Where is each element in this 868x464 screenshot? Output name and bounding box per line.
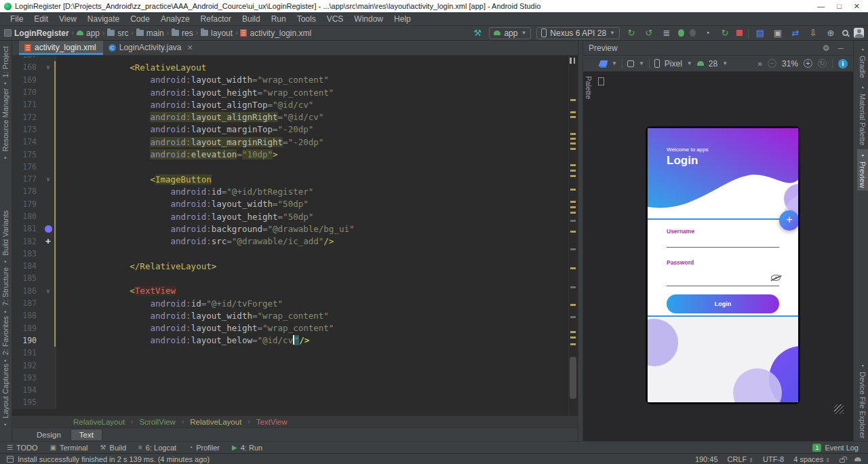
sidebar-tab-gradle[interactable]: ▪Gradle [857, 43, 868, 81]
stripe-mark[interactable] [570, 212, 576, 214]
run-configurations-icon[interactable]: ≣ [660, 28, 673, 38]
stop-icon[interactable] [736, 30, 743, 36]
breadcrumb-LoginRegister[interactable]: LoginRegister [4, 28, 69, 38]
stripe-mark[interactable] [570, 248, 576, 250]
stripe-mark[interactable] [570, 336, 576, 339]
password-visibility-icon[interactable] [771, 275, 781, 281]
code-line-190[interactable]: 190 android:layout_below="@id/cv"/> [12, 334, 568, 347]
stripe-mark[interactable] [570, 331, 576, 333]
sdk-manager-icon[interactable]: ⇩ [807, 28, 819, 38]
breadcrumb-layout[interactable]: layout [201, 28, 233, 38]
stripe-mark[interactable] [570, 201, 576, 203]
gradle-sync-icon[interactable]: ⇄ [789, 28, 802, 38]
menu-file[interactable]: File [5, 13, 28, 25]
toolwindow-button-todo[interactable]: ☰TODO [7, 444, 38, 452]
code-line-184[interactable]: 184 </RelativeLayout> [12, 260, 568, 272]
preview-device-select[interactable]: Pixel [665, 59, 682, 69]
inspection-indicator-icon[interactable] [570, 58, 575, 64]
avatar[interactable] [854, 28, 864, 38]
stripe-mark[interactable] [570, 316, 576, 318]
username-input-underline[interactable] [667, 247, 779, 248]
fold-icon[interactable]: ∨ [46, 176, 50, 182]
drawable-preview-icon[interactable] [45, 225, 52, 233]
indent-setting[interactable]: 4 spaces ⇕ [793, 455, 830, 463]
menu-build[interactable]: Build [237, 13, 265, 25]
gear-icon[interactable]: ⚙ [818, 43, 834, 53]
menu-tools[interactable]: Tools [292, 13, 321, 25]
stripe-mark[interactable] [570, 99, 576, 101]
android-status-icon[interactable] [854, 457, 861, 461]
code-line-195[interactable]: 195 [12, 396, 568, 408]
breadcrumb-main[interactable]: main [136, 28, 164, 38]
menu-window[interactable]: Window [349, 13, 388, 25]
scrollbar-thumb[interactable] [570, 357, 576, 399]
file-encoding[interactable]: UTF-8 [763, 455, 784, 463]
zoom-in-icon[interactable]: + [804, 59, 812, 68]
close-icon[interactable]: ✕ [187, 43, 193, 52]
lock-icon[interactable] [840, 459, 845, 463]
code-line-171[interactable]: 171 android:layout_alignTop="@id/cv" [12, 98, 568, 111]
maximize-button[interactable]: □ [837, 2, 842, 11]
code-line-191[interactable]: 191 [12, 347, 568, 359]
code-line-192[interactable]: 192 [12, 359, 568, 371]
stripe-mark[interactable] [570, 116, 576, 118]
code-line-185[interactable]: 185 [12, 272, 568, 284]
debug-icon[interactable] [678, 29, 684, 37]
attach-debugger-icon[interactable] [690, 29, 696, 37]
code-line-167[interactable]: 167 [12, 56, 568, 61]
profiler-icon[interactable]: ◔ [701, 28, 713, 38]
toolwindow-button-logcat[interactable]: ≡6: Logcat [138, 444, 176, 452]
stripe-mark[interactable] [570, 231, 576, 233]
logcat-window-icon[interactable]: ▣ [772, 28, 784, 38]
code-line-187[interactable]: 187 android:id="@+id/tvForget" [12, 297, 568, 309]
stripe-mark[interactable] [570, 175, 576, 177]
register-fab-button[interactable]: + [779, 210, 798, 231]
fold-icon[interactable]: ∨ [46, 64, 50, 71]
close-button[interactable]: ✕ [854, 2, 860, 11]
apply-code-changes-icon[interactable]: ↻ [719, 28, 731, 38]
menu-refactor[interactable]: Refactor [196, 13, 236, 25]
mode-tab-design[interactable]: Design [28, 429, 69, 440]
xml-breadcrumb-textview-3[interactable]: TextView [256, 418, 288, 426]
design-surface-icon[interactable] [598, 60, 608, 66]
code-line-168[interactable]: 168∨ <RelativeLayout [12, 61, 568, 73]
menu-view[interactable]: View [54, 13, 81, 25]
menu-navigate[interactable]: Navigate [83, 13, 124, 25]
xml-breadcrumb-relativelayout-0[interactable]: RelativeLayout [73, 418, 125, 426]
code-line-172[interactable]: 172 android:layout_alignRight="@id/cv" [12, 111, 568, 123]
code-line-182[interactable]: 182+ android:src="@drawable/ic_add"/> [12, 235, 568, 247]
run-icon[interactable]: ↻ [625, 28, 637, 38]
sidebar-tab--project[interactable]: ▪1: Project [0, 43, 11, 90]
stripe-mark[interactable] [570, 170, 576, 172]
stripe-mark[interactable] [570, 189, 576, 191]
stripe-mark[interactable] [570, 164, 576, 166]
breadcrumb-res[interactable]: res [172, 28, 193, 38]
sidebar-tab-resource-manager[interactable]: ▪Resource Manager [0, 85, 11, 164]
breadcrumb-src[interactable]: src [107, 28, 128, 38]
stripe-mark[interactable] [570, 343, 576, 345]
palette-vertical-tab[interactable]: Palette [583, 73, 594, 102]
login-button[interactable]: Login [667, 294, 779, 313]
xml-breadcrumb-relativelayout-2[interactable]: RelativeLayout [190, 418, 241, 426]
toolwindow-button-terminal[interactable]: ▣Terminal [50, 444, 88, 452]
run-configuration-select[interactable]: app ▼ [489, 27, 531, 39]
breadcrumb-activity_login.xml[interactable]: activity_login.xml [240, 28, 311, 38]
device-select[interactable]: Nexus 6 API 28 ▼ [536, 27, 620, 39]
code-line-170[interactable]: 170 android:layout_height="wrap_content" [12, 86, 568, 98]
code-editor[interactable]: 167168∨ <RelativeLayout169 android:layou… [12, 56, 578, 415]
stripe-mark[interactable] [570, 286, 576, 288]
code-line-179[interactable]: 179 android:layout_width="50dp" [12, 198, 568, 210]
more-actions-icon[interactable]: » [757, 59, 762, 69]
sidebar-tab-device-file-explorer[interactable]: ▪Device File Explorer [857, 360, 868, 441]
code-line-188[interactable]: 188 android:layout_width="wrap_content" [12, 309, 568, 322]
apply-changes-icon[interactable]: ↺ [643, 28, 655, 38]
code-line-180[interactable]: 180 android:layout_height="50dp" [12, 210, 568, 223]
sidebar-tab-build-variants[interactable]: ▪Build Variants [0, 208, 11, 268]
stripe-mark[interactable] [570, 142, 576, 144]
code-line-177[interactable]: 177∨ <ImageButton [12, 173, 568, 185]
menu-vcs[interactable]: VCS [322, 13, 349, 25]
minimize-button[interactable]: — [817, 2, 825, 11]
code-line-193[interactable]: 193 [12, 372, 568, 384]
hide-panel-icon[interactable]: ─ [833, 43, 848, 53]
issues-info-icon[interactable]: i [838, 59, 848, 69]
